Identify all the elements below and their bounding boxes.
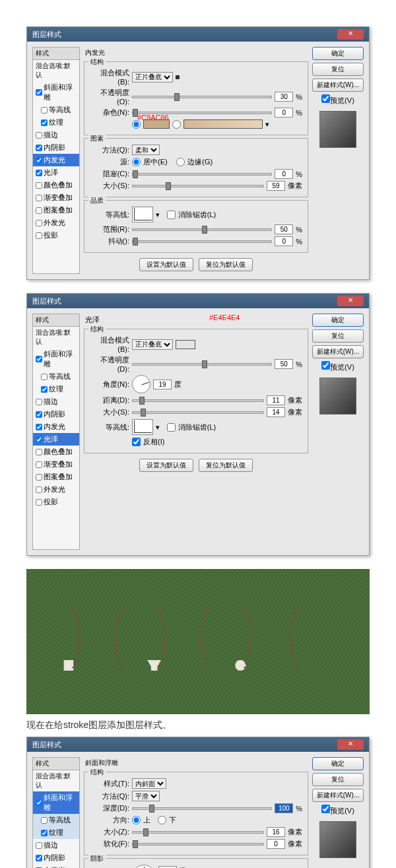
jitter-slider[interactable] <box>132 240 272 243</box>
contour-picker[interactable] <box>132 207 153 222</box>
sidebar-item-bevel[interactable]: 斜面和浮雕 <box>33 81 79 104</box>
sidebar-item-satin[interactable]: 光泽 <box>33 433 79 446</box>
close-icon[interactable]: ✕ <box>337 29 364 40</box>
sidebar-item-texture[interactable]: 纹理 <box>33 826 79 839</box>
sidebar-item-innershadow[interactable]: 内阴影 <box>33 408 79 420</box>
sidebar-item-dropshadow[interactable]: 投影 <box>33 229 79 242</box>
invert-check[interactable] <box>132 438 141 446</box>
dist-slider[interactable] <box>132 399 264 402</box>
sidebar-item-gradoverlay[interactable]: 渐变叠加 <box>33 458 79 471</box>
size-slider[interactable] <box>132 831 264 834</box>
blend-options[interactable]: 混合选项:默认 <box>33 770 79 791</box>
opacity-input[interactable] <box>275 359 293 369</box>
new-style-button[interactable]: 新建样式(W)... <box>312 789 364 802</box>
sidebar-item-stroke[interactable]: 描边 <box>33 129 79 141</box>
noise-input[interactable] <box>275 108 293 117</box>
sidebar-item-texture[interactable]: 纹理 <box>33 116 79 129</box>
sidebar-item-innerglow[interactable]: 内发光 <box>33 420 79 433</box>
soften-input[interactable] <box>267 839 285 849</box>
style-select[interactable]: 内斜面 <box>132 778 166 789</box>
gradient-swatch[interactable] <box>183 119 263 129</box>
preview-check[interactable] <box>321 94 330 103</box>
checkbox[interactable] <box>36 195 42 201</box>
technique-select[interactable]: 平滑 <box>132 791 160 801</box>
reset-button[interactable]: 复位为默认值 <box>199 258 253 271</box>
checkbox[interactable] <box>36 182 42 189</box>
new-style-button[interactable]: 新建样式(W)... <box>312 345 364 358</box>
cancel-button[interactable]: 复位 <box>312 63 364 76</box>
cancel-button[interactable]: 复位 <box>312 329 364 343</box>
contour-picker[interactable] <box>132 419 153 435</box>
antialias-check[interactable] <box>167 423 176 432</box>
size-input[interactable] <box>267 181 285 191</box>
color-swatch[interactable] <box>176 340 195 349</box>
default-button[interactable]: 设置为默认值 <box>139 258 193 271</box>
size-input[interactable] <box>267 407 285 417</box>
sidebar-item-gradoverlay[interactable]: 渐变叠加 <box>33 191 79 204</box>
technique-select[interactable]: 柔和 <box>132 145 160 155</box>
gradient-radio[interactable] <box>172 120 181 129</box>
angle-dial[interactable] <box>132 865 156 868</box>
sidebar-item-coloroverlay[interactable]: 颜色叠加 <box>33 179 79 191</box>
range-input[interactable] <box>275 224 293 234</box>
down-radio[interactable] <box>158 816 166 824</box>
sidebar-item-bevel[interactable]: 斜面和浮雕 <box>33 348 79 370</box>
sidebar-item-dropshadow[interactable]: 投影 <box>33 496 79 508</box>
sidebar-item-stroke[interactable]: 描边 <box>33 395 79 408</box>
checkbox[interactable] <box>36 145 42 151</box>
ok-button[interactable]: 确定 <box>312 47 364 60</box>
sidebar-item-stroke[interactable]: 描边 <box>33 839 79 851</box>
choke-input[interactable] <box>275 169 293 179</box>
size-input[interactable] <box>267 827 285 837</box>
close-icon[interactable]: ✕ <box>337 296 364 306</box>
sidebar-item-innershadow[interactable]: 内阴影 <box>33 851 79 864</box>
opacity-slider[interactable] <box>132 363 272 366</box>
blend-select[interactable]: 正片叠底 <box>132 72 173 83</box>
new-style-button[interactable]: 新建样式(W)... <box>312 79 364 92</box>
preview-check[interactable] <box>321 361 330 370</box>
checkbox[interactable] <box>36 220 42 226</box>
angle-dial[interactable] <box>132 375 150 393</box>
opacity-slider[interactable] <box>132 96 272 98</box>
sidebar-item-patoverlay[interactable]: 图案叠加 <box>33 471 79 483</box>
sidebar-item-contour[interactable]: 等高线 <box>33 104 79 116</box>
checkbox[interactable] <box>36 157 42 164</box>
sidebar-item-contour[interactable]: 等高线 <box>33 814 79 826</box>
dropdown-icon[interactable]: ▾ <box>265 120 271 129</box>
soften-slider[interactable] <box>132 843 264 846</box>
blend-options[interactable]: 混合选项:默认 <box>33 327 79 348</box>
range-slider[interactable] <box>132 228 272 231</box>
antialias-check[interactable] <box>167 211 176 219</box>
sidebar-item-patoverlay[interactable]: 图案叠加 <box>33 204 79 217</box>
blend-options[interactable]: 混合选项:默认 <box>33 60 79 81</box>
preview-check[interactable] <box>321 805 330 813</box>
angle-input[interactable] <box>153 380 172 389</box>
checkbox[interactable] <box>41 107 48 114</box>
edge-radio[interactable] <box>176 158 185 166</box>
cancel-button[interactable]: 复位 <box>312 773 364 786</box>
checkbox[interactable] <box>36 232 42 239</box>
default-button[interactable]: 设置为默认值 <box>139 459 193 472</box>
center-radio[interactable] <box>132 158 141 166</box>
checkbox[interactable] <box>41 119 48 126</box>
sidebar-item-innerglow[interactable]: 内发光 <box>33 864 79 868</box>
checkbox[interactable] <box>36 170 42 176</box>
sidebar-item-outerglow[interactable]: 外发光 <box>33 217 79 229</box>
sidebar-item-outerglow[interactable]: 外发光 <box>33 483 79 496</box>
sidebar-item-innershadow[interactable]: 内阴影 <box>33 141 79 154</box>
sidebar-item-innerglow[interactable]: 内发光 <box>33 154 79 166</box>
size-slider[interactable] <box>132 185 264 187</box>
checkbox[interactable] <box>36 207 42 214</box>
sidebar-item-coloroverlay[interactable]: 颜色叠加 <box>33 446 79 458</box>
ok-button[interactable]: 确定 <box>312 757 364 770</box>
ok-button[interactable]: 确定 <box>312 314 364 327</box>
depth-slider[interactable] <box>132 807 272 810</box>
sidebar-item-satin[interactable]: 光泽 <box>33 166 79 179</box>
blend-select[interactable]: 正片叠底 <box>132 339 173 350</box>
dist-input[interactable] <box>267 395 285 405</box>
close-icon[interactable]: ✕ <box>337 739 364 750</box>
dropdown-icon[interactable]: ▾ <box>156 211 160 219</box>
reset-button[interactable]: 复位为默认值 <box>199 459 253 472</box>
choke-slider[interactable] <box>132 173 272 176</box>
sidebar-item-contour[interactable]: 等高线 <box>33 370 79 383</box>
